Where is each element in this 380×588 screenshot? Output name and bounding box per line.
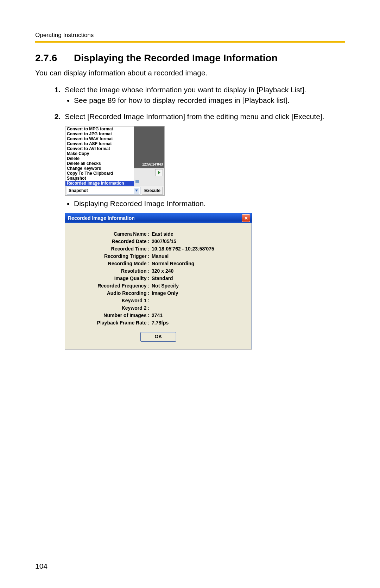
field-value: 2007/05/15 [152,239,245,244]
action-combo[interactable]: Snapshot [67,187,140,194]
field-row: Audio Recording :Image Only [72,290,245,296]
play-controls [134,168,164,177]
editing-menu-screenshot: Convert to MPG format Convert to JPG for… [65,126,165,196]
field-label: Number of Images : [72,312,152,318]
field-label: Playback Frame Rate : [72,320,152,326]
section-heading: 2.7.6Displaying the Recorded Image Infor… [35,52,345,64]
menu-item[interactable]: Delete all checks [65,161,134,166]
field-row: Keyword 2 : [72,305,245,311]
section-title: Displaying the Recorded Image Informatio… [74,52,278,63]
close-button[interactable]: ✕ [242,214,250,222]
field-label: Keyword 2 : [72,305,152,311]
field-label: Recording Mode : [72,261,152,266]
chevron-down-icon[interactable] [134,188,139,193]
execute-button[interactable]: Execute [142,187,163,194]
field-label: Recorded Date : [72,239,152,244]
video-preview: 12:56:14'843 [134,126,164,168]
preview-timestamp: 12:56:14'843 [142,162,163,166]
field-row: Keyword 1 : [72,298,245,303]
field-row: Recorded Frequency :Not Specify [72,283,245,289]
field-label: Recorded Frequency : [72,283,152,289]
field-row: Recorded Time :10:18:05'762 - 10:23:58'0… [72,246,245,252]
field-value: Image Only [152,290,245,296]
field-value: 7.78fps [152,320,245,326]
field-row: Recording Trigger :Manual [72,253,245,259]
dialog-titlebar: Recorded Image Information ✕ [65,213,252,223]
play-icon [158,171,160,174]
field-value: Not Specify [152,283,245,289]
field-label: Recording Trigger : [72,253,152,259]
field-label: Camera Name : [72,231,152,237]
field-value [152,305,245,311]
preview-pane: 12:56:14'843 [134,126,164,186]
menu-item[interactable]: Delete [65,156,134,161]
menu-item[interactable]: Convert to AVI format [65,146,134,151]
close-icon: ✕ [244,216,248,221]
menu-item[interactable]: Convert to WAV format [65,136,134,141]
page-number: 104 [35,562,48,570]
field-row: Recording Mode :Normal Recording [72,261,245,266]
field-value: Normal Recording [152,261,245,266]
step-1-bullet: See page 89 for how to display recorded … [74,96,345,105]
field-value: Standard [152,276,245,281]
step-2-text: Select [Recorded Image Information] from… [65,112,324,120]
intro-text: You can display information about a reco… [35,69,345,77]
step-2: Select [Recorded Image Information] from… [63,112,345,349]
editing-menu-list: Convert to MPG format Convert to JPG for… [65,126,134,186]
field-label: Recorded Time : [72,246,152,252]
field-value: East side [152,231,245,237]
field-label: Image Quality : [72,276,152,281]
field-value [152,298,245,303]
field-row: Number of Images :2741 [72,312,245,318]
field-label: Keyword 1 : [72,298,152,303]
stop-controls [134,177,164,186]
menu-item[interactable]: Convert to MPG format [65,126,134,131]
step-2-bullet: Displaying Recorded Image Information. [74,199,345,208]
field-row: Camera Name :East side [72,231,245,237]
dialog-body: Camera Name :East sideRecorded Date :200… [65,223,252,349]
field-row: Image Quality :Standard [72,276,245,281]
field-value: Manual [152,253,245,259]
play-button[interactable] [155,169,163,176]
menu-item[interactable]: Convert to JPG format [65,131,134,136]
stop-icon[interactable] [135,180,139,183]
menu-item[interactable]: Make Copy [65,151,134,156]
dialog-title: Recorded Image Information [68,215,135,221]
field-value: 320 x 240 [152,268,245,274]
ok-button[interactable]: OK [140,332,176,342]
menu-item[interactable]: Copy To The Clipboard [65,171,134,176]
section-number: 2.7.6 [35,52,74,64]
field-row: Resolution :320 x 240 [72,268,245,274]
page-header: Operating Instructions [35,32,345,43]
menu-item-selected[interactable]: Recorded Image Information [65,181,134,186]
combo-value: Snapshot [69,188,88,193]
field-label: Audio Recording : [72,290,152,296]
menu-item[interactable]: Snapshot [65,176,134,181]
field-row: Playback Frame Rate :7.78fps [72,320,245,326]
field-row: Recorded Date :2007/05/15 [72,239,245,244]
step-1-text: Select the image whose information you w… [65,86,306,94]
step-1: Select the image whose information you w… [63,86,345,105]
recorded-info-dialog: Recorded Image Information ✕ Camera Name… [65,213,252,349]
field-value: 10:18:05'762 - 10:23:58'075 [152,246,245,252]
menu-item[interactable]: Change Keyword [65,166,134,171]
svg-marker-0 [135,190,138,192]
menu-item[interactable]: Convert to ASF format [65,141,134,146]
field-value: 2741 [152,312,245,318]
field-label: Resolution : [72,268,152,274]
